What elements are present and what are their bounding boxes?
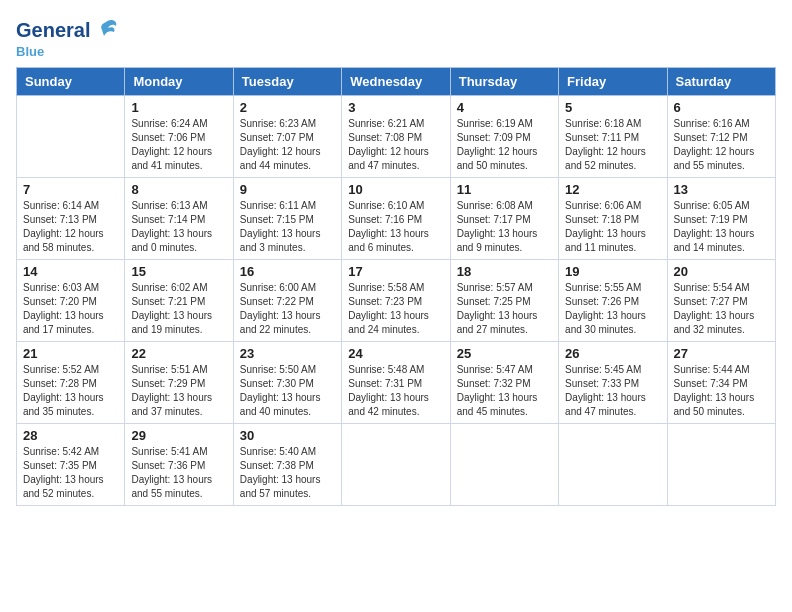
day-number: 14 [23, 264, 118, 279]
calendar-cell: 21Sunrise: 5:52 AMSunset: 7:28 PMDayligh… [17, 342, 125, 424]
calendar-cell [342, 424, 450, 506]
day-info-text: and 19 minutes. [131, 323, 226, 337]
day-number: 25 [457, 346, 552, 361]
day-info-text: Sunset: 7:26 PM [565, 295, 660, 309]
day-info-text: Sunset: 7:30 PM [240, 377, 335, 391]
day-info-text: Sunset: 7:27 PM [674, 295, 769, 309]
day-info-text: Sunset: 7:13 PM [23, 213, 118, 227]
calendar-cell: 14Sunrise: 6:03 AMSunset: 7:20 PMDayligh… [17, 260, 125, 342]
day-number: 21 [23, 346, 118, 361]
day-info-text: Sunrise: 6:14 AM [23, 199, 118, 213]
weekday-header-tuesday: Tuesday [233, 68, 341, 96]
day-info-text: Sunset: 7:09 PM [457, 131, 552, 145]
calendar-week-row: 1Sunrise: 6:24 AMSunset: 7:06 PMDaylight… [17, 96, 776, 178]
day-info-text: Daylight: 12 hours [23, 227, 118, 241]
day-info-text: and 45 minutes. [457, 405, 552, 419]
day-info-text: Sunset: 7:12 PM [674, 131, 769, 145]
calendar-cell: 9Sunrise: 6:11 AMSunset: 7:15 PMDaylight… [233, 178, 341, 260]
day-number: 17 [348, 264, 443, 279]
day-info-text: Sunset: 7:11 PM [565, 131, 660, 145]
calendar-cell: 23Sunrise: 5:50 AMSunset: 7:30 PMDayligh… [233, 342, 341, 424]
day-info-text: Daylight: 13 hours [457, 309, 552, 323]
day-number: 3 [348, 100, 443, 115]
day-number: 11 [457, 182, 552, 197]
day-info-text: Sunrise: 6:06 AM [565, 199, 660, 213]
logo-bird-icon [92, 16, 120, 44]
day-info-text: Sunrise: 6:08 AM [457, 199, 552, 213]
day-info-text: Daylight: 13 hours [23, 391, 118, 405]
weekday-header-sunday: Sunday [17, 68, 125, 96]
day-info-text: Sunrise: 5:54 AM [674, 281, 769, 295]
weekday-header-wednesday: Wednesday [342, 68, 450, 96]
day-info-text: Sunset: 7:33 PM [565, 377, 660, 391]
calendar-week-row: 21Sunrise: 5:52 AMSunset: 7:28 PMDayligh… [17, 342, 776, 424]
day-info-text: and 44 minutes. [240, 159, 335, 173]
calendar-cell: 27Sunrise: 5:44 AMSunset: 7:34 PMDayligh… [667, 342, 775, 424]
day-info-text: and 0 minutes. [131, 241, 226, 255]
day-info-text: and 35 minutes. [23, 405, 118, 419]
calendar-cell: 12Sunrise: 6:06 AMSunset: 7:18 PMDayligh… [559, 178, 667, 260]
day-info-text: Daylight: 13 hours [674, 309, 769, 323]
weekday-header-saturday: Saturday [667, 68, 775, 96]
calendar-cell: 24Sunrise: 5:48 AMSunset: 7:31 PMDayligh… [342, 342, 450, 424]
calendar-cell: 25Sunrise: 5:47 AMSunset: 7:32 PMDayligh… [450, 342, 558, 424]
day-info-text: Daylight: 13 hours [131, 391, 226, 405]
day-number: 16 [240, 264, 335, 279]
calendar-cell: 26Sunrise: 5:45 AMSunset: 7:33 PMDayligh… [559, 342, 667, 424]
day-info-text: Daylight: 12 hours [240, 145, 335, 159]
day-number: 8 [131, 182, 226, 197]
day-info-text: Daylight: 13 hours [457, 227, 552, 241]
day-info-text: and 47 minutes. [348, 159, 443, 173]
day-info-text: Sunrise: 6:16 AM [674, 117, 769, 131]
calendar-cell: 29Sunrise: 5:41 AMSunset: 7:36 PMDayligh… [125, 424, 233, 506]
logo-blue-text: Blue [16, 44, 44, 59]
day-info-text: Sunset: 7:32 PM [457, 377, 552, 391]
day-number: 10 [348, 182, 443, 197]
day-info-text: Daylight: 13 hours [240, 309, 335, 323]
day-info-text: Sunset: 7:23 PM [348, 295, 443, 309]
calendar-cell [450, 424, 558, 506]
calendar-cell: 19Sunrise: 5:55 AMSunset: 7:26 PMDayligh… [559, 260, 667, 342]
calendar-week-row: 28Sunrise: 5:42 AMSunset: 7:35 PMDayligh… [17, 424, 776, 506]
day-info-text: Sunset: 7:36 PM [131, 459, 226, 473]
day-info-text: Sunrise: 5:42 AM [23, 445, 118, 459]
day-info-text: and 9 minutes. [457, 241, 552, 255]
calendar-cell: 10Sunrise: 6:10 AMSunset: 7:16 PMDayligh… [342, 178, 450, 260]
day-info-text: Sunset: 7:20 PM [23, 295, 118, 309]
day-info-text: Sunrise: 6:18 AM [565, 117, 660, 131]
day-info-text: and 6 minutes. [348, 241, 443, 255]
calendar-cell: 11Sunrise: 6:08 AMSunset: 7:17 PMDayligh… [450, 178, 558, 260]
day-info-text: Sunset: 7:22 PM [240, 295, 335, 309]
day-info-text: Sunrise: 6:24 AM [131, 117, 226, 131]
day-info-text: Sunrise: 6:21 AM [348, 117, 443, 131]
day-info-text: Sunrise: 6:19 AM [457, 117, 552, 131]
calendar-cell: 1Sunrise: 6:24 AMSunset: 7:06 PMDaylight… [125, 96, 233, 178]
day-info-text: Sunrise: 5:41 AM [131, 445, 226, 459]
day-info-text: and 40 minutes. [240, 405, 335, 419]
day-info-text: Daylight: 13 hours [457, 391, 552, 405]
day-number: 1 [131, 100, 226, 115]
day-info-text: Sunset: 7:18 PM [565, 213, 660, 227]
day-number: 6 [674, 100, 769, 115]
day-info-text: Sunset: 7:29 PM [131, 377, 226, 391]
day-info-text: Sunrise: 6:13 AM [131, 199, 226, 213]
day-number: 18 [457, 264, 552, 279]
day-info-text: Daylight: 13 hours [565, 309, 660, 323]
day-info-text: Daylight: 13 hours [131, 473, 226, 487]
day-info-text: and 27 minutes. [457, 323, 552, 337]
day-info-text: Daylight: 13 hours [674, 391, 769, 405]
day-number: 19 [565, 264, 660, 279]
day-info-text: Sunrise: 5:52 AM [23, 363, 118, 377]
calendar-cell: 6Sunrise: 6:16 AMSunset: 7:12 PMDaylight… [667, 96, 775, 178]
day-info-text: Sunset: 7:28 PM [23, 377, 118, 391]
day-info-text: Sunset: 7:35 PM [23, 459, 118, 473]
day-info-text: Sunrise: 6:23 AM [240, 117, 335, 131]
day-info-text: and 52 minutes. [565, 159, 660, 173]
calendar-cell: 5Sunrise: 6:18 AMSunset: 7:11 PMDaylight… [559, 96, 667, 178]
day-info-text: Sunset: 7:38 PM [240, 459, 335, 473]
day-info-text: Sunrise: 5:48 AM [348, 363, 443, 377]
day-number: 22 [131, 346, 226, 361]
day-info-text: Sunrise: 5:40 AM [240, 445, 335, 459]
calendar-week-row: 14Sunrise: 6:03 AMSunset: 7:20 PMDayligh… [17, 260, 776, 342]
day-info-text: Sunset: 7:21 PM [131, 295, 226, 309]
